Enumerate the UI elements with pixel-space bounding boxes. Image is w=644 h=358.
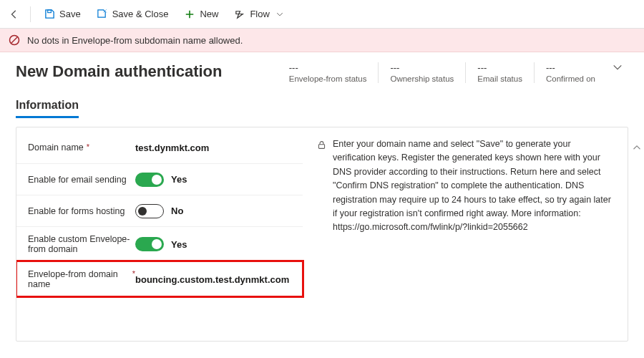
enable-email-toggle[interactable] — [135, 173, 164, 187]
save-button[interactable]: Save — [38, 6, 87, 23]
row-domain-name[interactable]: Domain name* test.dynmkt.com — [16, 132, 303, 163]
new-button[interactable]: New — [178, 6, 224, 23]
row-enable-email[interactable]: Enable for email sending Yes — [16, 163, 303, 195]
save-icon — [44, 9, 55, 20]
form-column: Domain name* test.dynmkt.com Enable for … — [16, 127, 303, 341]
flow-button[interactable]: Flow — [228, 6, 291, 23]
svg-rect-0 — [47, 10, 51, 13]
new-label: New — [200, 9, 218, 19]
information-panel: Domain name* test.dynmkt.com Enable for … — [16, 127, 628, 342]
info-text: Enter your domain name and select "Save"… — [333, 139, 611, 218]
status-envelope-from: --- Envelope-from status — [278, 62, 379, 83]
status-group: --- Envelope-from status --- Ownership s… — [278, 62, 607, 83]
lock-icon — [316, 139, 327, 150]
error-icon — [9, 34, 20, 46]
save-close-icon — [97, 9, 108, 20]
scroll-up-indicator[interactable] — [633, 143, 641, 154]
error-message: No dots in Envelope-from subdomain name … — [27, 35, 243, 46]
toolbar: Save Save & Close New Flow — [0, 0, 644, 29]
arrow-left-icon — [9, 9, 20, 20]
save-close-label: Save & Close — [112, 9, 169, 19]
enable-email-value: Yes — [171, 174, 187, 185]
flow-icon — [234, 9, 245, 20]
header-expand-button[interactable] — [607, 62, 628, 72]
flow-label: Flow — [250, 9, 269, 19]
enable-custom-env-value: Yes — [171, 239, 187, 250]
row-enable-custom-envelope[interactable]: Enable custom Envelope-from domain Yes — [16, 226, 303, 261]
domain-name-value: test.dynmkt.com — [135, 142, 209, 153]
row-enable-forms[interactable]: Enable for forms hosting No — [16, 195, 303, 226]
plus-icon — [184, 9, 195, 20]
page-title: New Domain authentication — [16, 62, 222, 81]
chevron-down-icon — [274, 9, 286, 20]
save-close-button[interactable]: Save & Close — [91, 6, 175, 23]
status-confirmed-on: --- Confirmed on — [534, 62, 607, 83]
status-email: --- Email status — [465, 62, 534, 83]
enable-custom-env-toggle[interactable] — [135, 237, 164, 251]
envelope-domain-value: bouncing.custom.test.dynmkt.com — [135, 274, 289, 285]
enable-custom-env-label: Enable custom Envelope-from domain — [28, 234, 135, 254]
enable-forms-value: No — [171, 205, 183, 216]
enable-email-label: Enable for email sending — [28, 175, 135, 185]
chevron-down-icon — [613, 62, 623, 72]
info-column: Enter your domain name and select "Save"… — [303, 127, 628, 341]
domain-name-label: Domain name* — [28, 142, 135, 153]
toolbar-separator — [30, 6, 31, 22]
back-button[interactable] — [6, 6, 23, 23]
section-header: Information — [0, 90, 644, 118]
error-banner: No dots in Envelope-from subdomain name … — [0, 29, 644, 52]
info-link[interactable]: https://go.microsoft.com/fwlink/p/?linki… — [333, 222, 528, 232]
save-label: Save — [59, 9, 81, 19]
svg-rect-2 — [318, 144, 324, 148]
row-envelope-domain-name[interactable]: Envelope-from domain name* bouncing.cust… — [16, 261, 303, 296]
page-header: New Domain authentication --- Envelope-f… — [0, 52, 644, 90]
section-title: Information — [16, 99, 79, 118]
status-ownership: --- Ownership status — [378, 62, 465, 83]
info-text-block: Enter your domain name and select "Save"… — [333, 137, 615, 331]
envelope-domain-label: Envelope-from domain name* — [28, 269, 135, 289]
enable-forms-label: Enable for forms hosting — [28, 206, 135, 216]
enable-forms-toggle[interactable] — [135, 204, 164, 218]
